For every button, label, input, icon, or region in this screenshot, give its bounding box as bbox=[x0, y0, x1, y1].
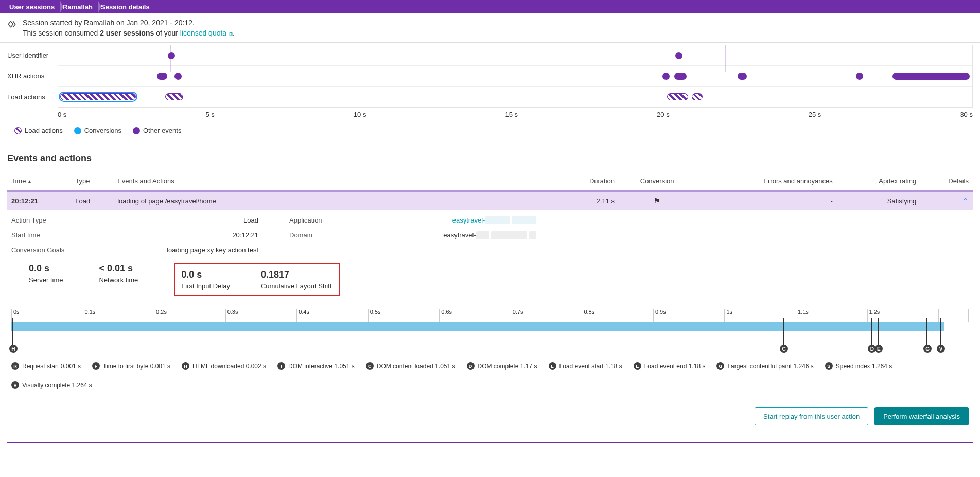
row-detail-panel: Action TypeLoad Start time20:12:21 Conve… bbox=[7, 210, 973, 435]
marker-badge: G bbox=[923, 345, 932, 353]
wf-legend-item: FTime to first byte 0.001 s bbox=[92, 362, 170, 370]
col-errors[interactable]: Errors and annoyances bbox=[695, 172, 837, 191]
wf-badge-icon: D bbox=[467, 362, 475, 370]
wf-legend-item: HHTML downloaded 0.002 s bbox=[182, 362, 266, 370]
wf-badge-icon: L bbox=[549, 362, 556, 370]
xhr-pill[interactable] bbox=[892, 73, 969, 80]
footer-divider bbox=[7, 442, 973, 443]
timeline-row[interactable] bbox=[58, 66, 972, 87]
hatch-swatch-icon bbox=[14, 127, 22, 134]
xhr-pill[interactable] bbox=[157, 73, 167, 80]
cell-apdex: Satisfying bbox=[837, 191, 920, 211]
wf-badge-icon: V bbox=[11, 381, 19, 389]
xhr-dot[interactable] bbox=[174, 73, 182, 80]
table-row[interactable]: 20:12:21 Load loading of page /easytrave… bbox=[7, 191, 973, 211]
flag-icon: ⚑ bbox=[654, 197, 660, 205]
wf-badge-icon: E bbox=[634, 362, 641, 370]
cell-event: loading of page /easytravel/home bbox=[113, 191, 557, 211]
value-domain: easytravel-xx xxxxxxx x bbox=[443, 231, 536, 239]
label-action-type: Action Type bbox=[11, 216, 46, 224]
load-pill[interactable] bbox=[692, 93, 703, 100]
waterfall-bar bbox=[11, 322, 944, 331]
session-consumption-text: This session consumed 2 user sessions of… bbox=[23, 29, 235, 37]
marker-badge: C bbox=[780, 345, 788, 353]
legend-other-events: Other events bbox=[133, 127, 181, 134]
session-header: Session started by Ramallah on Jan 20, 2… bbox=[0, 13, 980, 43]
cell-expand[interactable]: ⌃ bbox=[920, 191, 973, 211]
load-pill[interactable] bbox=[165, 93, 184, 100]
wf-legend-item: SSpeed index 1.264 s bbox=[825, 362, 892, 370]
wf-legend-item: VVisually complete 1.264 s bbox=[11, 381, 92, 389]
wf-badge-icon: F bbox=[92, 362, 100, 370]
highlighted-metrics: 0.0 s First Input Delay 0.1817 Cumulativ… bbox=[174, 263, 340, 296]
breadcrumb: User sessions Ramallah Session details bbox=[0, 0, 980, 13]
xhr-pill[interactable] bbox=[662, 73, 670, 80]
xhr-pill[interactable] bbox=[738, 73, 747, 80]
sort-asc-icon: ▲ bbox=[27, 179, 32, 184]
marker-badge: E bbox=[874, 345, 883, 353]
wf-badge-icon: C bbox=[366, 362, 374, 370]
timeline-x-axis: 0 s5 s10 s15 s20 s25 s30 s bbox=[7, 111, 973, 118]
wf-legend-item: IDOM interactive 1.051 s bbox=[277, 362, 355, 370]
start-replay-button[interactable]: Start replay from this user action bbox=[755, 407, 868, 425]
wf-badge-icon: I bbox=[277, 362, 285, 370]
dot-swatch-icon bbox=[133, 127, 140, 134]
col-duration[interactable]: Duration bbox=[557, 172, 619, 191]
timeline-row-label-load: Load actions bbox=[7, 87, 52, 108]
event-dot[interactable] bbox=[675, 52, 682, 59]
wf-legend-item: RRequest start 0.001 s bbox=[11, 362, 81, 370]
events-actions-title: Events and actions bbox=[7, 153, 973, 164]
dot-swatch-icon bbox=[74, 127, 81, 134]
metric-cls: 0.1817 Cumulative Layout Shift bbox=[261, 269, 331, 290]
label-conv-goals: Conversion Goals bbox=[11, 246, 64, 254]
breadcrumb-session-details[interactable]: Session details bbox=[98, 3, 155, 11]
cell-errors: - bbox=[695, 191, 837, 211]
xhr-pill[interactable] bbox=[674, 73, 687, 80]
session-timeline: User identifier XHR actions Load actions bbox=[7, 45, 973, 108]
col-type[interactable]: Type bbox=[71, 172, 113, 191]
wf-legend-item: GLargest contentful paint 1.246 s bbox=[716, 362, 813, 370]
col-events[interactable]: Events and Actions bbox=[113, 172, 557, 191]
application-link[interactable]: easytravel- bbox=[452, 216, 485, 224]
waterfall-legend: RRequest start 0.001 sFTime to first byt… bbox=[11, 362, 969, 389]
load-pill-selected[interactable] bbox=[60, 93, 136, 100]
marker-badge: H bbox=[9, 345, 18, 353]
label-application: Application bbox=[289, 216, 322, 224]
xhr-dot[interactable] bbox=[856, 73, 863, 80]
timeline-row[interactable] bbox=[58, 45, 972, 66]
marker-badge: D bbox=[868, 345, 876, 353]
col-details[interactable]: Details bbox=[920, 172, 973, 191]
col-time[interactable]: Time▲ bbox=[7, 172, 71, 191]
legend-conversions: Conversions bbox=[74, 127, 121, 134]
licensed-quota-link[interactable]: licensed quota ⧉ bbox=[180, 29, 233, 37]
event-dot[interactable] bbox=[168, 52, 175, 59]
load-pill[interactable] bbox=[667, 93, 688, 100]
marker-badge: V bbox=[937, 345, 945, 353]
chevron-up-icon[interactable]: ⌃ bbox=[962, 197, 969, 205]
wf-badge-icon: G bbox=[716, 362, 724, 370]
col-conversion[interactable]: Conversion bbox=[619, 172, 695, 191]
wf-legend-item: LLoad event start 1.18 s bbox=[549, 362, 622, 370]
metric-server-time: 0.0 s Server time bbox=[29, 263, 63, 284]
breadcrumb-ramallah[interactable]: Ramallah bbox=[60, 3, 98, 11]
value-application: easytravel-xxxxx xxxxx bbox=[452, 216, 536, 224]
metric-fid: 0.0 s First Input Delay bbox=[181, 269, 230, 290]
cell-duration: 2.11 s bbox=[557, 191, 619, 211]
wf-badge-icon: R bbox=[11, 362, 19, 370]
waterfall-analysis-button[interactable]: Perform waterfall analysis bbox=[874, 407, 969, 425]
col-apdex[interactable]: Apdex rating bbox=[837, 172, 920, 191]
value-conv-goals: loading page xy key action test bbox=[167, 246, 258, 254]
wf-legend-item: CDOM content loaded 1.051 s bbox=[366, 362, 456, 370]
external-link-icon: ⧉ bbox=[229, 30, 233, 37]
waterfall-ruler: 0s 0.1s 0.2s 0.3s 0.4s 0.5s 0.6s 0.7s 0.… bbox=[11, 309, 969, 353]
timeline-row[interactable] bbox=[58, 87, 972, 107]
value-action-type: Load bbox=[243, 216, 258, 224]
session-start-text: Session started by Ramallah on Jan 20, 2… bbox=[23, 19, 235, 27]
wf-legend-item: ELoad event end 1.18 s bbox=[634, 362, 706, 370]
timeline-row-label-xhr: XHR actions bbox=[7, 66, 52, 87]
wf-badge-icon: H bbox=[182, 362, 189, 370]
cell-type: Load bbox=[71, 191, 113, 211]
breadcrumb-user-sessions[interactable]: User sessions bbox=[6, 3, 60, 11]
label-domain: Domain bbox=[289, 231, 312, 239]
wf-legend-item: DDOM complete 1.17 s bbox=[467, 362, 537, 370]
